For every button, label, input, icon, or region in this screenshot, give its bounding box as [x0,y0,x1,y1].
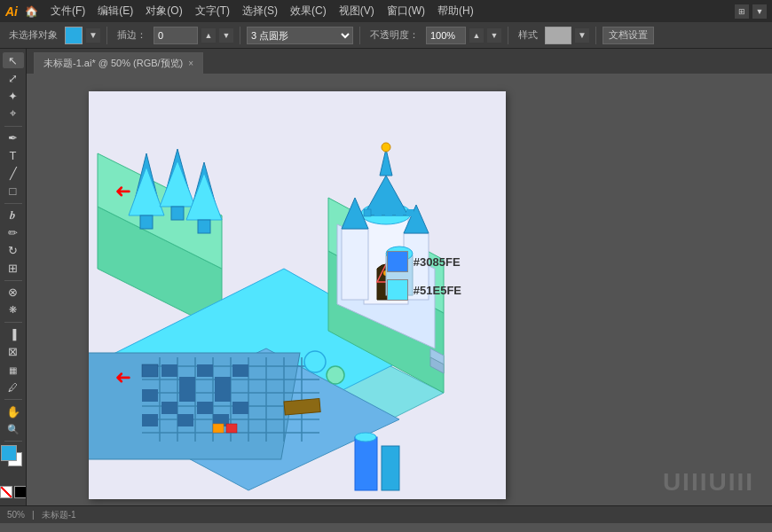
svg-rect-31 [142,364,158,377]
rotate-tool[interactable]: ↻ [3,243,24,259]
canvas-wrapper[interactable]: ➜ ➜ #3085FE #51E5FE UIIIUIII [27,74,772,505]
style-options-btn[interactable]: ▼ [575,28,589,43]
canvas-area: 未标题-1.ai* @ 50% (RGB/预览) × [27,49,772,505]
sep3 [359,27,360,44]
sep4 [508,27,508,44]
interp-up[interactable]: ▲ [201,28,216,43]
toolbar: 未选择对象 ▼ 插边： ▲ ▼ 3 点圆形 不透明度： ▲ ▼ 样式 ▼ 文档设… [0,22,772,49]
svg-rect-33 [179,377,195,389]
color-swatch-1[interactable] [387,251,408,272]
opacity-up[interactable]: ▲ [469,28,484,43]
color-labels: #3085FE #51E5FE [387,251,461,301]
menu-window[interactable]: 窗口(W) [382,2,430,20]
lasso-tool[interactable]: ⌖ [3,106,24,121]
artboard: ➜ ➜ #3085FE #51E5FE [89,91,506,499]
svg-point-56 [382,143,390,152]
menu-select[interactable]: 选择(S) [237,2,283,20]
mesh-tool[interactable]: ⊠ [3,344,24,360]
zoom-tool[interactable]: 🔍 [3,421,24,437]
document-tab[interactable]: 未标题-1.ai* @ 50% (RGB/预览) × [34,52,203,74]
swatch-container [1,445,26,470]
blend-tool[interactable]: ⊗ [3,285,24,301]
status-bar: 50% | 未标题-1 [0,505,772,523]
doc-settings-button[interactable]: 文档设置 [603,27,654,44]
tab-close-button[interactable]: × [188,59,193,68]
svg-rect-36 [232,364,248,377]
color-swatches [0,445,27,502]
style-label: 样式 [515,28,541,42]
eyedropper-tool[interactable]: 🖊 [3,379,24,395]
interpolation-input[interactable] [154,27,198,44]
symbol-tool[interactable]: ❋ [3,302,24,318]
foreground-swatch[interactable] [1,445,17,461]
status-artboard: 未标题-1 [42,509,76,521]
menu-object[interactable]: 对象(O) [140,2,187,20]
svg-rect-32 [161,364,177,377]
tool-sep-6 [4,441,22,442]
svg-rect-35 [215,377,231,389]
grid-view-button[interactable]: ⊞ [735,4,749,19]
main-area: ↖ ⤢ ✦ ⌖ ✒ T ╱ □ 𝒃 ✏ ↻ ⊞ ⊗ ❋ ▐ ⊠ ▦ 🖊 ✋ 🔍 [0,49,772,505]
scale-tool[interactable]: ⊞ [3,261,24,277]
svg-rect-37 [142,389,158,402]
svg-rect-48 [284,399,320,415]
black-swatch[interactable] [14,486,27,498]
svg-rect-47 [226,424,237,433]
menu-effect[interactable]: 效果(C) [285,2,332,20]
fill-color-box[interactable] [65,27,83,44]
status-text: 50% [7,510,25,520]
none-default-swatches [0,486,27,498]
style-color-box[interactable] [545,27,571,44]
menu-edit[interactable]: 编辑(E) [92,2,138,20]
menu-file[interactable]: 文件(F) [45,2,91,20]
opacity-down[interactable]: ▼ [487,28,501,43]
svg-rect-12 [198,220,210,233]
direct-selection-tool[interactable]: ⤢ [3,70,24,86]
color-label-blue: #3085FE [387,251,461,272]
menu-text[interactable]: 文字(T) [190,2,235,20]
home-button[interactable]: 🏠 [25,5,38,18]
selection-tool[interactable]: ↖ [3,52,24,68]
pen-tool[interactable]: ✒ [3,129,24,145]
magic-wand-tool[interactable]: ✦ [3,88,24,104]
tab-title: 未标题-1.ai* @ 50% (RGB/预览) [43,57,183,70]
none-swatch[interactable] [0,486,12,498]
sep1 [106,27,107,44]
svg-rect-67 [406,209,414,216]
menu-view[interactable]: 视图(V) [334,2,380,20]
svg-point-70 [304,351,326,372]
brush-tool[interactable]: 𝒃 [3,207,24,223]
svg-point-71 [327,366,344,384]
tool-sep-2 [4,203,22,204]
svg-rect-66 [396,209,403,216]
window-controls: ⊞ ▼ [735,4,767,19]
tab-bar: 未标题-1.ai* @ 50% (RGB/预览) × [27,49,772,74]
interpolation-label: 插边： [114,28,150,42]
svg-point-74 [355,433,376,442]
opacity-input[interactable] [426,27,466,44]
bar-graph-tool[interactable]: ▐ [3,326,24,342]
hand-tool[interactable]: ✋ [3,403,24,419]
rect-tool[interactable]: □ [3,184,24,200]
gradient-tool[interactable]: ▦ [3,362,24,378]
svg-rect-73 [382,446,399,490]
line-tool[interactable]: ╱ [3,166,24,182]
svg-rect-65 [385,209,392,216]
svg-rect-57 [342,229,368,300]
pencil-tool[interactable]: ✏ [3,225,24,241]
fill-options-btn[interactable]: ▼ [86,28,100,43]
color-swatch-2[interactable] [387,279,408,301]
svg-rect-9 [171,207,184,220]
dropdown-button[interactable]: ▼ [752,4,767,19]
no-selection-label: 未选择对象 [5,28,61,42]
svg-rect-44 [177,414,193,426]
interp-down[interactable]: ▼ [219,28,233,43]
type-tool[interactable]: T [3,147,24,163]
svg-rect-39 [215,389,231,402]
tool-sep-4 [4,322,22,323]
ai-logo: Ai [5,4,18,19]
svg-rect-72 [355,437,377,490]
menu-help[interactable]: 帮助(H) [432,2,479,20]
brush-select[interactable]: 3 点圆形 [247,27,353,44]
color-hex-1: #3085FE [414,255,461,269]
